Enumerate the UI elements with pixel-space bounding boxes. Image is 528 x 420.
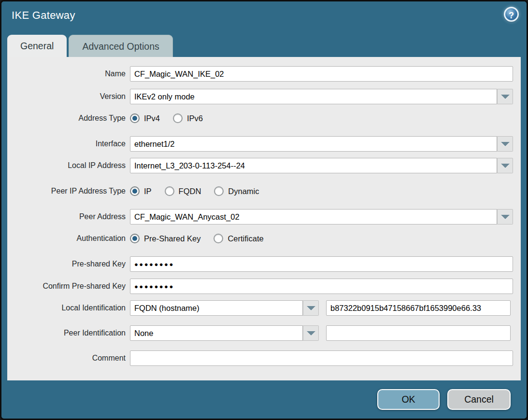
address-type-label: Address Type <box>7 114 126 123</box>
radio-ipv6-label: IPv6 <box>187 114 203 123</box>
local-identification-row: Local Identification <box>7 300 513 316</box>
version-label: Version <box>7 92 126 101</box>
radio-psk-label: Pre-Shared Key <box>144 234 200 243</box>
interface-dropdown <box>130 136 513 152</box>
radio-ip[interactable]: IP <box>130 186 152 196</box>
version-row: Version <box>7 89 513 104</box>
radio-pre-shared-key[interactable]: Pre-Shared Key <box>130 234 200 243</box>
authentication-row: Authentication Pre-Shared Key Certificat… <box>7 233 513 244</box>
ok-button[interactable]: OK <box>377 389 440 410</box>
tab-bar: General Advanced Options <box>7 35 173 57</box>
confirm-preshared-key-label: Confirm Pre-shared Key <box>7 282 126 291</box>
tab-general[interactable]: General <box>7 35 67 57</box>
local-ip-input[interactable] <box>130 158 497 173</box>
chevron-down-icon <box>501 95 510 99</box>
local-ip-row: Local IP Address <box>7 158 513 173</box>
version-dropdown-button[interactable] <box>497 89 513 104</box>
radio-ipv4[interactable]: IPv4 <box>130 113 160 123</box>
peer-ip-type-row: Peer IP Address Type IP FQDN Dynamic <box>7 185 513 197</box>
radio-dynamic[interactable]: Dynamic <box>214 186 259 196</box>
interface-row: Interface <box>7 136 513 152</box>
local-identification-type-input[interactable] <box>130 300 303 316</box>
chevron-down-icon <box>501 142 510 146</box>
radio-fqdn-label: FQDN <box>179 187 201 196</box>
peer-address-row: Peer Address <box>7 209 513 224</box>
radio-ip-label: IP <box>144 187 152 196</box>
radio-ipv4-label: IPv4 <box>144 114 160 123</box>
dialog-footer: OK Cancel <box>1 380 527 419</box>
radio-button-icon <box>214 234 223 243</box>
chevron-down-icon <box>501 215 510 219</box>
radio-button-icon <box>214 186 224 196</box>
comment-row: Comment <box>7 350 513 366</box>
peer-identification-type-dropdown <box>130 325 319 341</box>
confirm-preshared-key-row: Confirm Pre-shared Key <box>7 279 513 294</box>
local-ip-label: Local IP Address <box>7 161 126 170</box>
radio-certificate-label: Certificate <box>228 234 263 243</box>
name-input[interactable] <box>130 66 513 82</box>
confirm-preshared-key-input[interactable] <box>130 279 513 294</box>
peer-identification-type-input[interactable] <box>130 325 303 341</box>
ike-gateway-dialog: IKE Gateway ? General Advanced Options N… <box>0 0 528 420</box>
peer-address-label: Peer Address <box>7 212 126 221</box>
local-identification-value-input[interactable] <box>326 300 511 316</box>
local-identification-dropdown-button[interactable] <box>303 300 319 316</box>
chevron-down-icon <box>501 164 510 168</box>
version-dropdown <box>130 89 513 104</box>
authentication-label: Authentication <box>7 234 126 243</box>
radio-fqdn[interactable]: FQDN <box>165 186 201 196</box>
help-icon[interactable]: ? <box>504 7 519 22</box>
preshared-key-row: Pre-shared Key <box>7 256 513 272</box>
dialog-title: IKE Gateway <box>12 9 75 22</box>
interface-dropdown-button[interactable] <box>497 136 513 152</box>
cancel-button[interactable]: Cancel <box>447 389 511 410</box>
chevron-down-icon <box>307 331 315 336</box>
local-ip-dropdown-button[interactable] <box>497 158 513 173</box>
local-identification-type-dropdown <box>130 300 319 316</box>
peer-identification-dropdown-button[interactable] <box>303 325 319 341</box>
name-label: Name <box>7 70 126 78</box>
comment-label: Comment <box>7 354 126 363</box>
peer-identification-row: Peer Identification <box>7 325 513 341</box>
preshared-key-input[interactable] <box>130 256 513 272</box>
dialog-titlebar: IKE Gateway ? <box>1 1 527 31</box>
local-identification-label: Local Identification <box>7 304 126 312</box>
local-ip-dropdown <box>130 158 513 173</box>
radio-button-icon <box>130 186 140 196</box>
radio-button-icon <box>173 113 183 123</box>
general-tab-panel: Name Version Address Type IPv4 <box>7 57 521 380</box>
peer-identification-label: Peer Identification <box>7 329 126 337</box>
version-input[interactable] <box>130 89 497 104</box>
peer-address-dropdown-button[interactable] <box>497 209 513 224</box>
peer-identification-value-input[interactable] <box>326 325 511 341</box>
peer-address-dropdown <box>130 209 513 224</box>
radio-dynamic-label: Dynamic <box>228 187 259 196</box>
radio-button-icon <box>130 234 140 243</box>
radio-ipv6[interactable]: IPv6 <box>173 113 203 123</box>
name-row: Name <box>7 66 513 82</box>
radio-button-icon <box>165 186 174 196</box>
interface-label: Interface <box>7 140 126 148</box>
radio-certificate[interactable]: Certificate <box>214 234 263 243</box>
address-type-row: Address Type IPv4 IPv6 <box>7 112 513 124</box>
comment-input[interactable] <box>130 350 513 366</box>
interface-input[interactable] <box>130 136 497 152</box>
peer-address-input[interactable] <box>130 209 497 224</box>
radio-button-icon <box>130 113 140 123</box>
chevron-down-icon <box>307 306 315 310</box>
tab-advanced-options[interactable]: Advanced Options <box>69 35 172 57</box>
preshared-key-label: Pre-shared Key <box>7 260 126 268</box>
peer-ip-type-label: Peer IP Address Type <box>7 187 126 196</box>
